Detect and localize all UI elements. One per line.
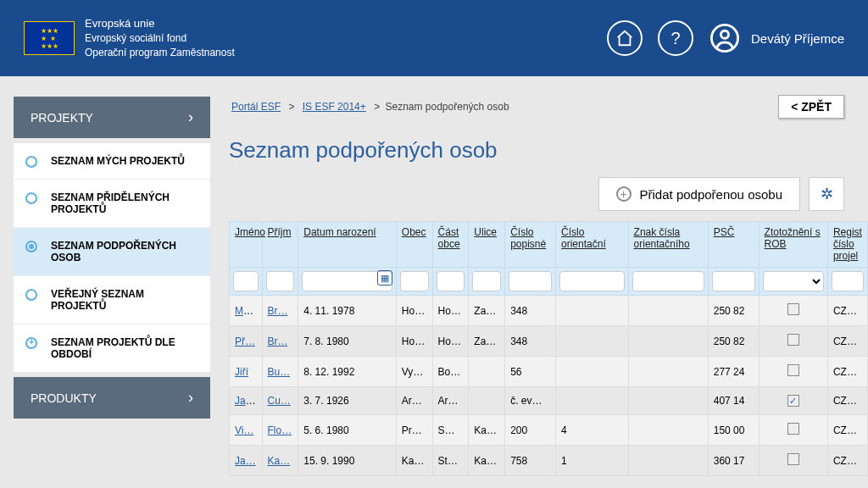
sidebar-item-my-projects[interactable]: SEZNAM MÝCH PROJEKTŮ <box>14 143 210 179</box>
main-content: Portál ESF > IS ESF 2014+ > Seznam podpo… <box>210 76 868 488</box>
add-person-button[interactable]: + Přidat podpořenou osobu <box>598 177 800 211</box>
cell-znak <box>628 415 708 446</box>
filter-ulice[interactable] <box>472 271 501 291</box>
sidebar-item-public-projects[interactable]: VEŘEJNÝ SEZNAM PROJEKTŮ <box>14 275 210 324</box>
filter-cori[interactable] <box>559 271 625 291</box>
chevron-right-icon: › <box>188 389 193 407</box>
settings-button[interactable]: ✲ <box>809 177 844 211</box>
filter-ztot-select[interactable] <box>763 271 824 291</box>
header-org-titles: Evropská unie Evropský sociální fond Ope… <box>85 16 607 60</box>
cell-jmeno: Ja… <box>230 446 263 476</box>
person-link[interactable]: Ma… <box>235 305 259 317</box>
person-link[interactable]: Flo… <box>268 424 292 436</box>
table-header-row: Jméno Příjm Datum narození Obec Část obc… <box>230 222 868 268</box>
cell-ztot <box>759 446 827 476</box>
filter-cpop[interactable] <box>509 271 552 291</box>
cell-cori: 4 <box>556 415 629 446</box>
calendar-icon[interactable]: ▦ <box>377 270 392 286</box>
cell-obec: Ar… <box>396 387 432 415</box>
help-button[interactable]: ? <box>658 20 693 56</box>
sidebar-item-assigned-projects[interactable]: SEZNAM PŘIDĚLENÝCH PROJEKTŮ <box>14 179 210 227</box>
cell-psc: 250 82 <box>708 296 759 326</box>
person-link[interactable]: Ka… <box>268 455 291 467</box>
cell-datum: 5. 6. 1980 <box>298 415 397 446</box>
col-header-znak[interactable]: Znak čísla orientačního <box>628 222 708 268</box>
filter-reg[interactable] <box>832 271 864 291</box>
org-line-2: Evropský sociální fond <box>85 31 607 46</box>
col-header-reg-cislo[interactable]: Regist číslo projel <box>827 222 867 268</box>
person-link[interactable]: Ja… <box>235 455 256 467</box>
breadcrumb-link-isesf[interactable]: IS ESF 2014+ <box>303 101 366 113</box>
gear-icon: ✲ <box>821 185 833 203</box>
cell-ztot: ✓ <box>759 387 827 415</box>
sidebar-section-projekty[interactable]: PROJEKTY › <box>14 97 210 138</box>
person-link[interactable]: Vi… <box>235 424 253 436</box>
cell-obec: Ka… <box>396 446 432 476</box>
sidebar: PROJEKTY › SEZNAM MÝCH PROJEKTŮ SEZNAM P… <box>0 76 210 488</box>
person-link[interactable]: Br… <box>268 305 288 317</box>
plus-circle-icon <box>25 337 37 349</box>
cell-cori <box>556 357 629 387</box>
cell-datum: 8. 12. 1992 <box>298 357 397 387</box>
person-link[interactable]: Bu… <box>268 366 291 378</box>
home-icon <box>615 29 634 47</box>
sidebar-item-supported-persons[interactable]: SEZNAM PODPOŘENÝCH OSOB <box>14 227 210 275</box>
filter-obec[interactable] <box>400 271 429 291</box>
table-row: Vi…Flo…5. 6. 1980Pr…Sm…Ka…2004150 00CZ… <box>230 415 868 446</box>
table-row: JanaCu…3. 7. 1926Ar…Ar…č. ev…407 14✓CZ… <box>230 387 868 415</box>
col-header-cast-obce[interactable]: Část obce <box>432 222 469 268</box>
col-header-jmeno[interactable]: Jméno <box>230 222 263 268</box>
filter-psc[interactable] <box>712 271 755 291</box>
sidebar-section-produkty[interactable]: PRODUKTY › <box>14 377 210 419</box>
col-header-cislo-popisne[interactable]: Číslo popisné <box>505 222 556 268</box>
sidebar-item-label: SEZNAM PŘIDĚLENÝCH PROJEKTŮ <box>51 191 170 215</box>
col-header-ztotozneni[interactable]: Ztotožnění s ROB <box>759 222 827 268</box>
cell-prijm: Bu… <box>262 357 298 387</box>
cell-cast: Bo… <box>432 357 469 387</box>
cell-cpop: 348 <box>505 296 556 326</box>
cell-znak <box>628 326 708 357</box>
home-button[interactable] <box>607 20 643 56</box>
cell-ulice <box>469 357 505 387</box>
sidebar-items: SEZNAM MÝCH PROJEKTŮ SEZNAM PŘIDĚLENÝCH … <box>14 143 210 372</box>
table-filter-row: ▦ <box>230 268 868 296</box>
cell-cori <box>556 296 629 326</box>
person-link[interactable]: Jiří <box>235 366 248 378</box>
filter-prijmeni[interactable] <box>266 271 295 291</box>
sidebar-item-label: VEŘEJNÝ SEZNAM PROJEKTŮ <box>51 288 144 312</box>
cell-cpop: 56 <box>505 357 556 387</box>
circle-icon <box>25 192 37 204</box>
filter-znak[interactable] <box>632 271 704 291</box>
add-person-label: Přidat podpořenou osobu <box>640 187 782 202</box>
sidebar-item-projects-by-period[interactable]: SEZNAM PROJEKTŮ DLE OBDOBÍ <box>14 324 210 372</box>
breadcrumb: Portál ESF > IS ESF 2014+ > Seznam podpo… <box>229 101 509 113</box>
col-header-ulice[interactable]: Ulice <box>469 222 505 268</box>
col-header-cislo-orientacni[interactable]: Číslo orientační <box>556 222 629 268</box>
eu-flag-logo: ★ ★ ★★ ★★ ★ ★ <box>24 21 75 55</box>
person-link[interactable]: Cu… <box>268 395 291 407</box>
cell-datum: 3. 7. 1926 <box>298 387 397 415</box>
col-header-psc[interactable]: PSČ <box>708 222 759 268</box>
cell-ulice: Za… <box>469 296 505 326</box>
cell-cori <box>556 387 629 415</box>
person-link[interactable]: Jana <box>235 395 257 407</box>
user-menu-button[interactable] <box>709 20 741 56</box>
cell-jmeno: Jiří <box>230 357 263 387</box>
cell-prijm: Ka… <box>262 446 298 476</box>
cell-ulice: Ka… <box>469 446 505 476</box>
filter-cast[interactable] <box>437 271 465 291</box>
cell-znak <box>628 357 708 387</box>
back-button[interactable]: < ZPĚT <box>778 95 844 119</box>
cell-psc: 150 00 <box>708 415 759 446</box>
svg-point-1 <box>721 30 728 38</box>
person-link[interactable]: Př… <box>235 336 255 347</box>
filter-jmeno[interactable] <box>233 271 259 291</box>
cell-ztot <box>759 296 827 326</box>
person-link[interactable]: Br… <box>268 336 288 347</box>
col-header-obec[interactable]: Obec <box>396 222 432 268</box>
col-header-prijmeni[interactable]: Příjm <box>262 222 298 268</box>
cell-obec: Ho… <box>396 296 432 326</box>
col-header-datum[interactable]: Datum narození <box>298 222 397 268</box>
breadcrumb-link-portal[interactable]: Portál ESF <box>231 101 281 113</box>
checkbox-icon <box>787 334 799 346</box>
